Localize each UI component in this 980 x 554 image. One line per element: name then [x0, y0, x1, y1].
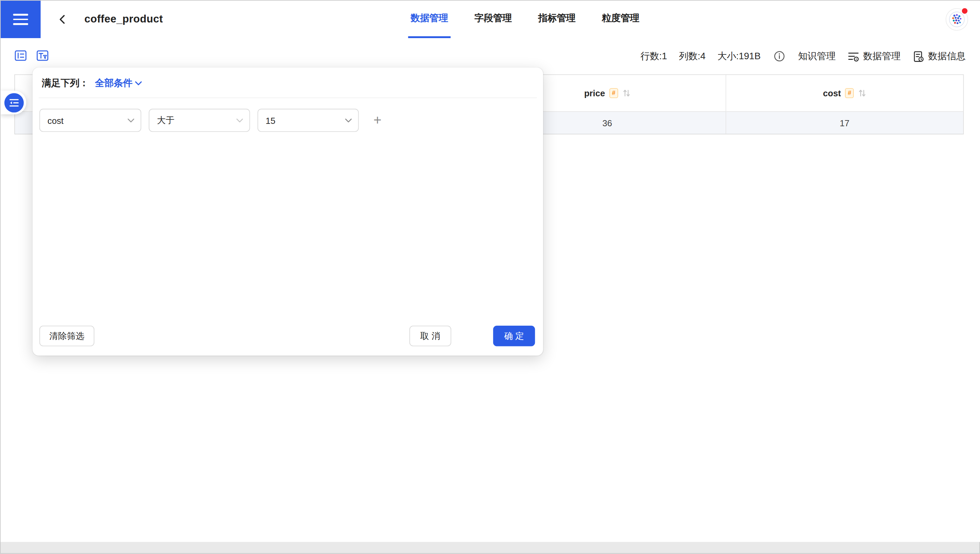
toolbar-right: 行数:1 列数:4 大小:191B 知识管理: [640, 38, 966, 75]
toolbar-left-icons: [14, 49, 49, 62]
size-label: 大小:191B: [717, 50, 760, 62]
column-header-cost[interactable]: cost #: [726, 75, 963, 111]
hamburger-menu-button[interactable]: [1, 1, 41, 38]
field-select-value: cost: [48, 115, 64, 125]
page-title: coffee_product: [84, 13, 163, 26]
tab-granularity-management[interactable]: 粒度管理: [599, 1, 642, 38]
screen: coffee_product 数据管理 字段管理 指标管理 粒度管理: [0, 0, 980, 554]
chevron-down-icon: [236, 118, 243, 123]
sort-icon[interactable]: [858, 89, 866, 98]
filter-condition-row: cost 大于 +: [33, 98, 543, 132]
confirm-button[interactable]: 确 定: [493, 326, 535, 346]
file-info-icon: [913, 50, 924, 62]
cell-cost: 17: [726, 112, 963, 134]
match-label: 满足下列：: [42, 78, 89, 89]
clear-filter-button[interactable]: 清除筛选: [40, 326, 95, 346]
app-window: coffee_product 数据管理 字段管理 指标管理 粒度管理: [1, 1, 980, 542]
app-header: coffee_product 数据管理 字段管理 指标管理 粒度管理: [1, 1, 980, 38]
panel-toggle-button[interactable]: [1, 91, 26, 115]
value-combobox: [258, 109, 359, 132]
tab-field-management[interactable]: 字段管理: [472, 1, 514, 38]
collapse-list-icon: [9, 98, 19, 107]
chevron-left-icon: [57, 14, 68, 25]
filter-table-icon[interactable]: [36, 49, 49, 62]
chevron-down-icon: [127, 118, 134, 123]
column-name: price: [584, 88, 605, 98]
value-input[interactable]: [258, 109, 358, 131]
numeric-type-badge: #: [845, 88, 854, 98]
match-mode-value: 全部条件: [95, 78, 132, 89]
avatar[interactable]: [946, 8, 968, 30]
chevron-down-icon: [135, 81, 142, 86]
data-management-button[interactable]: 数据管理: [848, 50, 901, 62]
data-info-button[interactable]: 数据信息: [913, 50, 966, 62]
info-icon[interactable]: [772, 49, 786, 63]
match-mode-dropdown[interactable]: 全部条件: [95, 78, 142, 89]
panel-toggle-circle: [5, 93, 24, 112]
tab-data-management[interactable]: 数据管理: [408, 1, 450, 38]
top-tabs: 数据管理 字段管理 指标管理 粒度管理: [408, 1, 642, 38]
data-info-label: 数据信息: [928, 50, 966, 62]
sort-icon[interactable]: [622, 89, 630, 98]
numeric-type-badge: #: [609, 88, 618, 98]
back-button[interactable]: [57, 14, 68, 25]
operator-select[interactable]: 大于: [149, 109, 250, 132]
filter-footer: 清除筛选 取 消 确 定: [33, 326, 543, 346]
tab-metric-management[interactable]: 指标管理: [536, 1, 578, 38]
data-management-label: 数据管理: [863, 50, 901, 62]
filter-popover: 满足下列： 全部条件 cost 大于: [33, 67, 543, 356]
field-select[interactable]: cost: [40, 109, 141, 132]
operator-select-value: 大于: [157, 115, 174, 126]
chevron-down-icon[interactable]: [345, 118, 352, 123]
filter-header: 满足下列： 全部条件: [33, 67, 543, 97]
knowledge-management-button[interactable]: 知识管理: [798, 50, 836, 62]
edit-columns-icon[interactable]: [14, 49, 27, 62]
add-condition-button[interactable]: +: [369, 112, 386, 129]
notification-dot: [961, 8, 968, 14]
row-count: 行数:1: [640, 50, 667, 62]
cancel-button[interactable]: 取 消: [409, 326, 451, 346]
database-gear-icon: [848, 50, 859, 62]
column-name: cost: [823, 88, 841, 98]
col-count: 列数:4: [679, 50, 705, 62]
knowledge-management-label: 知识管理: [798, 50, 836, 62]
